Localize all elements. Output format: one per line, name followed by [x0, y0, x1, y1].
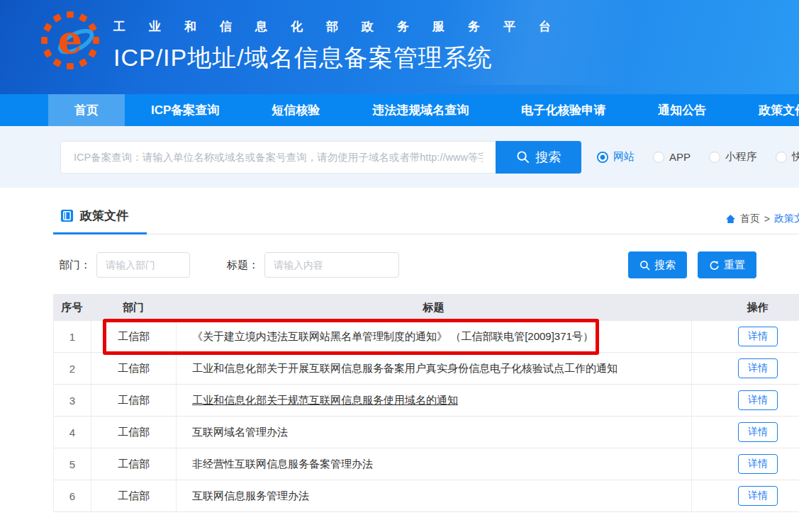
title-filter-input[interactable]: [264, 252, 399, 278]
row-title[interactable]: 互联网域名管理办法: [176, 417, 691, 448]
policy-table: 序号 部门 标题 操作 1 工信部 《关于建立境内违法互联网站黑名单管理制度的通…: [53, 294, 799, 512]
filter-bar: 部门： 标题： 搜索 重置: [53, 251, 799, 278]
ministry-line: 工业和信息化部政务服务平台: [113, 18, 574, 35]
nav-item[interactable]: ICP备案查询: [125, 94, 245, 126]
row-department: 工信部: [91, 321, 176, 352]
filter-search-label: 搜索: [654, 259, 676, 272]
nav-item[interactable]: 短信核验: [245, 94, 346, 126]
row-title[interactable]: 互联网信息服务管理办法: [176, 480, 691, 511]
col-header-dept: 部门: [91, 294, 176, 321]
row-department: 工信部: [91, 417, 176, 448]
search-type-radio[interactable]: APP: [653, 151, 691, 163]
icp-search-input[interactable]: [60, 141, 496, 174]
search-type-radio[interactable]: 网站: [597, 150, 635, 164]
nav-item[interactable]: 电子化核验申请: [495, 94, 632, 126]
row-actions: 详情: [691, 321, 799, 352]
search-type-radio[interactable]: 小程序: [709, 150, 757, 164]
icp-search-band: 搜索 网站 APP 小程序 快: [0, 126, 799, 188]
filter-search-button[interactable]: 搜索: [628, 251, 687, 278]
radio-label: APP: [669, 151, 691, 163]
filter-reset-button[interactable]: 重置: [698, 251, 756, 278]
row-department: 工信部: [91, 448, 176, 480]
radio-label: 网站: [613, 150, 635, 164]
row-actions: 详情: [691, 385, 799, 416]
section-title: 政策文件: [80, 208, 128, 224]
row-number: 2: [53, 353, 91, 384]
row-title[interactable]: 工业和信息化部关于开展互联网信息服务备案用户真实身份信息电子化核验试点工作的通知: [176, 353, 691, 384]
detail-button[interactable]: 详情: [738, 454, 778, 474]
detail-button[interactable]: 详情: [738, 422, 778, 442]
dept-filter-label: 部门：: [59, 259, 91, 272]
detail-button[interactable]: 详情: [738, 486, 778, 506]
reset-icon: [709, 260, 720, 271]
row-title[interactable]: 《关于建立境内违法互联网站黑名单管理制度的通知》 （工信部联电管[2009]37…: [176, 321, 691, 352]
nav-item[interactable]: 通知公告: [632, 94, 732, 126]
home-icon: [725, 214, 736, 224]
radio-dot-icon: [653, 152, 664, 163]
icp-search-button[interactable]: 搜索: [496, 141, 581, 174]
row-number: 6: [53, 480, 91, 511]
page-root: e 工业和信息化部政务服务平台 ICP/IP地址/域名信息备案管理系统 首页 I…: [0, 0, 799, 512]
table-row: 4 工信部 互联网域名管理办法 详情: [53, 417, 799, 448]
row-actions: 详情: [691, 417, 799, 448]
row-title[interactable]: 非经营性互联网信息服务备案管理办法: [176, 448, 691, 480]
row-department: 工信部: [91, 480, 176, 511]
breadcrumb: 首页 > 政策文件: [725, 213, 799, 234]
title-filter-label: 标题：: [227, 259, 259, 272]
miit-logo-icon: e: [41, 11, 99, 69]
site-header: e 工业和信息化部政务服务平台 ICP/IP地址/域名信息备案管理系统: [0, 0, 799, 94]
row-department: 工信部: [91, 353, 176, 384]
radio-dot-icon: [709, 152, 720, 163]
nav-item[interactable]: 政策文件: [732, 94, 799, 126]
col-header-title: 标题: [176, 294, 691, 321]
search-icon: [516, 150, 530, 164]
nav-item[interactable]: 违法违规域名查询: [346, 94, 495, 126]
row-title[interactable]: 工业和信息化部关于规范互联网信息服务使用域名的通知: [176, 385, 691, 416]
main-nav: 首页 ICP备案查询 短信核验 违法违规域名查询 电子化核验申请 通知公告 政策…: [0, 94, 799, 126]
radio-dot-icon: [776, 152, 787, 163]
col-header-no: 序号: [53, 294, 91, 321]
row-number: 5: [53, 448, 91, 480]
table-header-row: 序号 部门 标题 操作: [53, 294, 799, 321]
filter-reset-label: 重置: [724, 259, 745, 272]
nav-item[interactable]: 首页: [48, 94, 125, 126]
row-actions: 详情: [691, 353, 799, 384]
radio-label: 快应用: [792, 150, 799, 164]
search-type-radio-group: 网站 APP 小程序 快应用: [597, 150, 799, 164]
row-number: 4: [53, 417, 91, 448]
table-row: 5 工信部 非经营性互联网信息服务备案管理办法 详情: [53, 448, 799, 480]
breadcrumb-separator: >: [764, 213, 770, 225]
search-icon: [639, 260, 650, 271]
site-title: ICP/IP地址/域名信息备案管理系统: [113, 42, 574, 74]
filter-actions: 搜索 重置: [628, 251, 756, 278]
breadcrumb-current[interactable]: 政策文件: [774, 213, 799, 225]
document-icon: [60, 209, 74, 222]
row-department: 工信部: [91, 385, 176, 416]
dept-filter-input[interactable]: [96, 252, 190, 278]
table-row: 6 工信部 互联网信息服务管理办法 详情: [53, 480, 799, 512]
tab-policy-files[interactable]: 政策文件: [53, 202, 147, 234]
detail-button[interactable]: 详情: [738, 358, 778, 378]
detail-button[interactable]: 详情: [738, 390, 778, 410]
row-actions: 详情: [691, 480, 799, 511]
col-header-op: 操作: [691, 294, 799, 321]
section-head: 政策文件 首页 > 政策文件: [53, 202, 799, 234]
detail-button[interactable]: 详情: [738, 327, 778, 346]
icp-search-button-label: 搜索: [535, 149, 561, 166]
svg-text:e: e: [58, 17, 82, 62]
row-number: 1: [53, 321, 91, 352]
radio-dot-icon: [597, 152, 608, 163]
row-number: 3: [53, 385, 91, 416]
row-actions: 详情: [691, 448, 799, 480]
table-row: 3 工信部 工业和信息化部关于规范互联网信息服务使用域名的通知 详情: [53, 385, 799, 417]
table-row: 1 工信部 《关于建立境内违法互联网站黑名单管理制度的通知》 （工信部联电管[2…: [53, 321, 799, 353]
radio-label: 小程序: [725, 150, 757, 164]
content-area: 政策文件 首页 > 政策文件 部门： 标题： 搜索 重置: [53, 188, 799, 512]
search-type-radio[interactable]: 快应用: [776, 150, 799, 164]
table-row: 2 工信部 工业和信息化部关于开展互联网信息服务备案用户真实身份信息电子化核验试…: [53, 353, 799, 385]
breadcrumb-home[interactable]: 首页: [740, 213, 760, 225]
